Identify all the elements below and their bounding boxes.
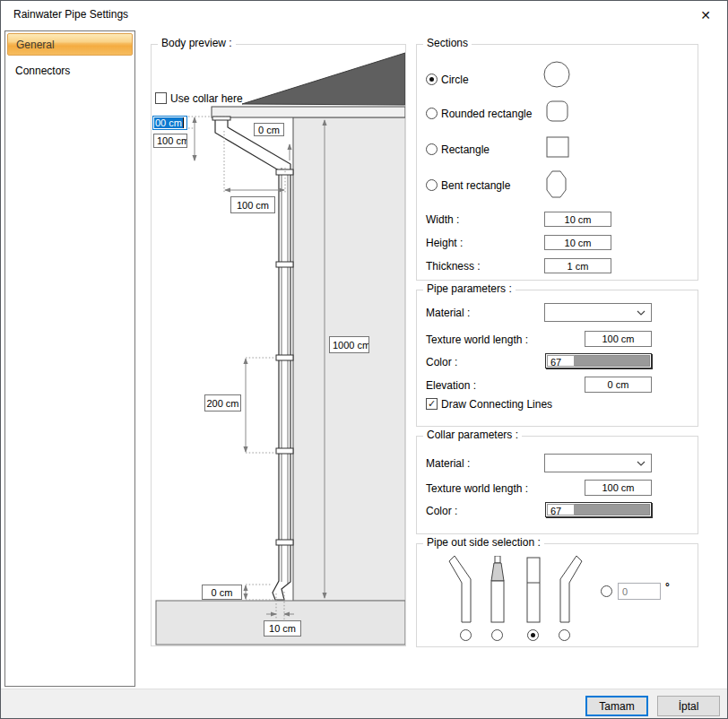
pipe-elevation-label: Elevation : — [426, 379, 476, 392]
outlet-radio-bend-right[interactable] — [559, 629, 570, 641]
thickness-label: Thickness : — [426, 260, 481, 273]
width-label: Width : — [426, 213, 459, 226]
chevron-down-icon — [637, 310, 646, 316]
chevron-down-icon — [637, 461, 646, 466]
collar-parameters-label: Collar parameters : — [423, 429, 522, 441]
window-title: Rainwater Pipe Settings — [13, 8, 128, 21]
segment-length-box[interactable]: 200 cm — [204, 394, 241, 411]
pipe-out-side-group: Pipe out side selection : 0 ° — [416, 543, 698, 647]
ok-button[interactable]: Tamam — [585, 696, 648, 716]
collar-material-label: Material : — [426, 457, 470, 470]
collar-color-label: Color : — [426, 505, 457, 517]
width-input[interactable]: 10 cm — [544, 212, 611, 227]
degree-symbol: ° — [665, 581, 670, 593]
collar-color-button[interactable]: 67 — [545, 502, 652, 517]
radio-bent-rectangle-label: Bent rectangle — [441, 179, 510, 192]
bottom-clearance-box[interactable]: 0 cm — [202, 585, 242, 600]
radio-bent-rectangle[interactable] — [426, 179, 438, 191]
sidebar: General Connectors — [4, 30, 135, 687]
outlet-radio-cone[interactable] — [491, 629, 503, 641]
sidebar-item-connectors[interactable]: Connectors — [7, 60, 133, 82]
radio-rectangle[interactable] — [426, 143, 438, 155]
pipe-texture-label: Texture world length : — [426, 334, 528, 346]
height-input[interactable]: 10 cm — [544, 235, 611, 250]
text-caret — [183, 117, 184, 128]
collar-parameters-group: Collar parameters : Material : Texture w… — [416, 436, 698, 534]
angle-input[interactable]: 0 — [618, 583, 661, 600]
draw-connecting-lines-label: Draw Connecting Lines — [441, 398, 552, 411]
body-preview-group: Body preview : — [151, 44, 406, 646]
collar-color-swatch — [575, 504, 650, 515]
cancel-button[interactable]: İptal — [657, 696, 720, 716]
pipe-color-swatch — [575, 355, 650, 367]
collar-material-select[interactable] — [544, 454, 652, 472]
pipe-parameters-label: Pipe parameters : — [423, 282, 516, 295]
sections-label: Sections — [423, 37, 472, 49]
gutter-drop-total-box[interactable]: 100 cm — [153, 134, 187, 148]
section-shape-icons — [538, 57, 583, 210]
use-collar-label: Use collar here — [170, 92, 243, 105]
collar-texture-label: Texture world length : — [426, 482, 528, 495]
outlet-radio-straight[interactable] — [527, 629, 539, 641]
pipe-outlet-icons — [442, 556, 594, 624]
thickness-input[interactable]: 1 cm — [544, 258, 611, 273]
use-collar-checkbox[interactable] — [155, 92, 167, 104]
pipe-out-side-label: Pipe out side selection : — [423, 536, 544, 549]
pipe-color-label: Color : — [426, 356, 457, 368]
horizontal-offset-box[interactable]: 100 cm — [230, 196, 275, 213]
gutter-drop-input[interactable]: 00 cm — [152, 116, 187, 130]
radio-circle[interactable] — [426, 74, 438, 85]
collar-color-index: 67 — [547, 504, 575, 515]
outlet-radio-bend-left[interactable] — [460, 629, 472, 641]
sections-group: Sections Circle Rounded rectangle Rectan… — [416, 44, 698, 281]
close-icon[interactable]: ✕ — [693, 4, 718, 26]
pipe-color-index: 67 — [547, 355, 575, 367]
dialog-window: Rainwater Pipe Settings ✕ General Connec… — [0, 0, 728, 719]
radio-rectangle-label: Rectangle — [441, 143, 490, 156]
draw-connecting-lines-checkbox[interactable] — [426, 398, 438, 410]
pipe-texture-input[interactable]: 100 cm — [585, 331, 652, 347]
pipe-parameters-group: Pipe parameters : Material : Texture wor… — [416, 290, 698, 427]
pipe-material-label: Material : — [426, 307, 470, 319]
pipe-color-button[interactable]: 67 — [545, 353, 652, 368]
outlet-width-box[interactable]: 10 cm — [264, 620, 301, 637]
outlet-radio-custom-angle[interactable] — [601, 585, 612, 597]
dialog-footer: Tamam İptal — [1, 689, 727, 719]
radio-rounded-rectangle-label: Rounded rectangle — [441, 108, 532, 120]
sidebar-item-general[interactable]: General — [7, 33, 133, 56]
radio-circle-label: Circle — [441, 74, 469, 86]
eave-offset-box[interactable]: 0 cm — [254, 123, 284, 136]
radio-rounded-rectangle[interactable] — [426, 108, 438, 119]
collar-texture-input[interactable]: 100 cm — [585, 480, 652, 496]
height-label: Height : — [426, 237, 463, 249]
selected-text: 00 cm — [154, 117, 183, 128]
pipe-elevation-input[interactable]: 0 cm — [585, 377, 652, 393]
wall-height-box[interactable]: 1000 cm — [329, 336, 369, 353]
pipe-material-select[interactable] — [544, 303, 652, 322]
